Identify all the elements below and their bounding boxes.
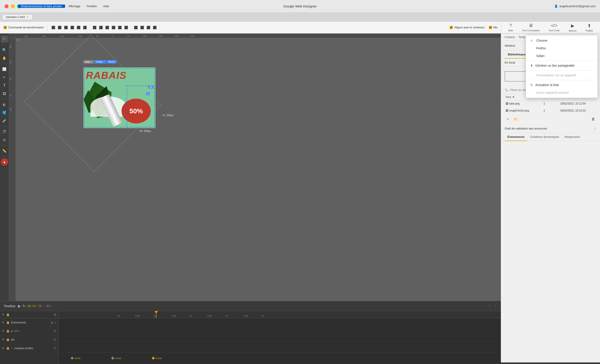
apercu-button[interactable]: ▶ Aperçu — [569, 23, 577, 32]
add-file-button[interactable]: + — [505, 116, 511, 122]
timeline-title: Timeline — [4, 304, 15, 308]
align-right-btn[interactable]: ⬛ — [82, 25, 88, 30]
mark-3s: 3s — [225, 314, 244, 317]
animation-tool[interactable]: 🎬 — [1, 128, 8, 135]
playhead[interactable] — [156, 311, 156, 318]
vue-code-button[interactable]: </> Vue Code — [549, 23, 560, 32]
evenements-tab[interactable]: Événements — [505, 133, 527, 141]
pan-tool[interactable]: ✋ — [1, 55, 8, 62]
align-container-input[interactable] — [450, 26, 453, 29]
align-btn5[interactable]: ⬛ — [152, 25, 158, 30]
align-left-btn[interactable]: ⬛ — [69, 25, 75, 30]
p-lock[interactable]: 🔒 — [6, 329, 10, 333]
masque-eye[interactable]: 👁 — [2, 346, 5, 350]
masque-lock[interactable]: 🔒 — [6, 346, 10, 350]
loop-button[interactable]: ↻ — [23, 304, 26, 308]
creations-tab[interactable]: Créations dynamiques — [527, 133, 562, 141]
menu-affichage[interactable]: Affichage — [65, 5, 84, 8]
play-button[interactable]: ▶ — [18, 304, 21, 308]
dist-top-btn[interactable]: ⬛ — [111, 25, 117, 30]
div-lock[interactable]: 🔒 — [6, 338, 10, 341]
keyframe-3[interactable] — [152, 356, 155, 360]
dist-center-btn[interactable]: ⬛ — [98, 25, 104, 30]
events-add2-btn[interactable]: + — [55, 321, 56, 324]
validation-arrow[interactable]: ⋮ — [593, 127, 596, 130]
mis-input[interactable] — [489, 26, 492, 29]
publier-button[interactable]: ⬆ Publier — [586, 23, 593, 32]
mis-checkbox[interactable]: Mis — [489, 26, 498, 29]
vue-conception-button[interactable]: 🖥 Vue Conception — [522, 23, 540, 32]
bibliotheque-tab[interactable]: Bibliothèque — [505, 51, 529, 59]
eyedropper-tool[interactable]: 💉 — [1, 117, 8, 124]
texte-tab[interactable]: Texte — [519, 35, 526, 39]
text-tool[interactable]: T — [1, 82, 8, 89]
minimize-button[interactable] — [11, 4, 15, 8]
align-vcenter-btn[interactable]: ⬛ — [57, 25, 63, 30]
timeline-menu-btn[interactable]: ⋮ — [494, 304, 497, 308]
close-button[interactable] — [5, 4, 9, 8]
mark-4s: 4s — [262, 314, 280, 317]
file-tab[interactable]: banniere-1.html ✕ — [2, 14, 32, 20]
select-tool[interactable]: ↖ — [1, 35, 8, 43]
align-btn3[interactable]: ⬛ — [139, 25, 145, 30]
import-file-button[interactable]: 📁 — [513, 116, 519, 122]
align-bottom-btn[interactable]: ⬛ — [63, 25, 69, 30]
dist-right-btn[interactable]: ⬛ — [104, 25, 110, 30]
menu-aide[interactable]: Aide — [100, 5, 112, 8]
firefox-option[interactable]: Firefox — [526, 44, 598, 52]
shape-tool[interactable]: ⬜ — [1, 65, 8, 73]
couleur-tab[interactable]: Couleur — [505, 35, 515, 39]
banner[interactable]: RABAIS 50% div p — [83, 67, 156, 128]
pen-tool[interactable]: ✏ — [1, 74, 8, 81]
align-hcenter-btn[interactable]: ⬛ — [76, 25, 82, 30]
fill-tool[interactable]: 🪣 — [1, 109, 8, 116]
align-container-checkbox[interactable]: Aligner avec le conteneur — [450, 26, 485, 29]
align-btn4[interactable]: ⬛ — [146, 25, 151, 30]
dist-vcenter-btn[interactable]: ⬛ — [117, 25, 123, 30]
preview-device-label: Prévisualiser sur un appareil — [536, 73, 576, 77]
keyframe-1[interactable] — [71, 356, 74, 360]
masque-loop-btn[interactable]: ↻ — [54, 346, 56, 350]
gradient-tool[interactable]: ◐ — [1, 101, 8, 108]
aide-button[interactable]: ? Aide — [508, 23, 513, 32]
masque-expand[interactable]: ↪ — [11, 347, 13, 350]
transform-checkbox-input[interactable] — [4, 26, 7, 29]
file-row-tube[interactable]: 🖼 tube.png 1 16/02/2022, 10:11:54 — [503, 100, 598, 107]
mark-25s: 2.5s — [207, 314, 225, 317]
refresh-option[interactable]: ↻ Actualiser la liste — [526, 81, 598, 89]
delete-file-button[interactable]: 🗑 — [590, 116, 596, 122]
timeline-extra-btn[interactable]: ⋯ — [487, 304, 491, 309]
user-menu[interactable]: 👤 angelicamtm24@gmail.com — [554, 5, 595, 8]
align-btn2[interactable]: ⬛ — [133, 25, 139, 30]
keyframe-2[interactable] — [111, 356, 114, 360]
dist-left-btn[interactable]: ⬛ — [92, 25, 98, 30]
eye-all-btn[interactable]: 👁 — [2, 313, 5, 316]
image-tool[interactable]: 🖼 — [1, 90, 8, 97]
events-lock[interactable]: 🔒 — [6, 321, 10, 324]
p-eye[interactable]: 👁 — [2, 329, 5, 333]
events-eye[interactable]: 👁 — [2, 321, 5, 324]
events-add-btn[interactable]: ⊕ — [51, 321, 53, 324]
align-top-btn[interactable]: ⬛ — [50, 25, 56, 30]
zoom-tool[interactable]: 🔍 — [1, 46, 8, 54]
transform-checkbox[interactable]: Commande de transformation — [4, 26, 44, 29]
share-option[interactable]: ⬆ Générer un lien partageable — [526, 62, 598, 69]
file-row-rouge[interactable]: 🖼 rougeCercle.png 1 16/02/2022, 10:15:22 — [503, 107, 598, 114]
p-loop-btn[interactable]: ↻ — [54, 329, 56, 333]
en-local-label: En local — [505, 61, 515, 64]
record-tool[interactable]: ● — [1, 158, 8, 165]
div-eye[interactable]: 👁 — [2, 338, 5, 341]
settings-btn[interactable]: ⚙ — [54, 313, 56, 317]
lock-all-btn[interactable]: 🔒 — [6, 313, 10, 316]
ruler-tool[interactable]: 📏 — [1, 147, 8, 155]
safari-option[interactable]: Safari — [526, 52, 598, 60]
menu-fenetre[interactable]: Fenêtre — [84, 5, 100, 8]
tab-close-button[interactable]: ✕ — [27, 16, 29, 18]
menu-redimensionner[interactable]: Redimensionner et faire pivoter — [18, 5, 65, 8]
banner-wrapper[interactable]: page... Image... Iframe RABAIS — [83, 67, 156, 128]
chrome-option[interactable]: ✓ Chrome — [526, 37, 598, 44]
move-tool[interactable]: ⊕ — [1, 136, 8, 144]
dist-bottom-btn[interactable]: ⬛ — [123, 25, 129, 30]
div-loop-btn[interactable]: ↻ — [54, 338, 56, 341]
responsive-tab[interactable]: Responsive — [562, 133, 583, 141]
